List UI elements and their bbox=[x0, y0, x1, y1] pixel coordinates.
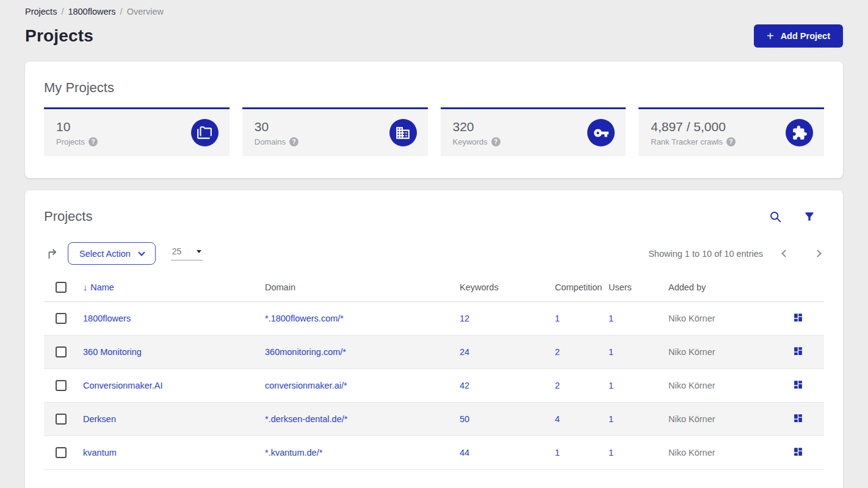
project-dashboard-icon[interactable] bbox=[793, 447, 803, 457]
column-header-added-by[interactable]: Added by bbox=[668, 273, 789, 302]
page-title: Projects bbox=[25, 26, 93, 46]
help-icon[interactable]: ? bbox=[491, 137, 501, 146]
stat-label: Projects bbox=[56, 137, 85, 146]
project-users-link[interactable]: 1 bbox=[609, 381, 613, 390]
project-keywords-link[interactable]: 24 bbox=[460, 347, 469, 357]
project-domain-link[interactable]: *.1800flowers.com/* bbox=[265, 314, 344, 323]
help-icon[interactable]: ? bbox=[726, 137, 736, 146]
page: Projects / 1800flowers / Overview Projec… bbox=[0, 0, 868, 488]
project-users-link[interactable]: 1 bbox=[609, 347, 613, 357]
add-project-label: Add Project bbox=[781, 31, 830, 41]
row-checkbox[interactable] bbox=[56, 414, 67, 425]
breadcrumb-item-project[interactable]: 1800flowers bbox=[68, 7, 115, 16]
search-icon[interactable] bbox=[769, 210, 782, 223]
stat-tiles: 10 Projects ? 30 Domains ? bbox=[44, 107, 824, 156]
table-row: Derksen *.derksen-dental.de/* 50 4 1 Nik… bbox=[44, 403, 824, 436]
row-checkbox[interactable] bbox=[56, 313, 67, 324]
breadcrumb-item-projects[interactable]: Projects bbox=[25, 7, 57, 16]
project-keywords-link[interactable]: 42 bbox=[460, 381, 469, 390]
column-header-name[interactable]: ↓Name bbox=[83, 273, 265, 302]
stat-label: Keywords bbox=[453, 137, 488, 146]
my-projects-card: My Projects 10 Projects ? 30 bbox=[25, 62, 843, 178]
project-dashboard-icon[interactable] bbox=[793, 413, 803, 423]
table-header-row: ↓Name Domain Keywords Competition Users … bbox=[44, 273, 824, 302]
key-icon bbox=[587, 119, 615, 146]
project-keywords-link[interactable]: 12 bbox=[460, 314, 469, 323]
project-competition-link[interactable]: 2 bbox=[555, 381, 560, 390]
stat-value: 10 bbox=[56, 120, 98, 134]
project-name-link[interactable]: 1800flowers bbox=[83, 314, 131, 323]
chevron-down-icon bbox=[138, 249, 145, 256]
project-keywords-link[interactable]: 44 bbox=[460, 448, 469, 458]
project-competition-link[interactable]: 2 bbox=[555, 347, 560, 357]
breadcrumb: Projects / 1800flowers / Overview bbox=[25, 7, 843, 16]
page-size-select[interactable]: 25 bbox=[171, 246, 203, 260]
project-name-link[interactable]: Conversionmaker.AI bbox=[83, 381, 163, 390]
stat-tile-rank-tracker: 4,897 / 5,000 Rank Tracker crawls ? bbox=[638, 107, 824, 156]
table-toolbar: Select Action 25 Showing 1 to 10 of 10 e… bbox=[44, 242, 824, 265]
table-row: Conversionmaker.AI conversionmaker.ai/* … bbox=[44, 369, 824, 403]
breadcrumb-item-overview: Overview bbox=[127, 7, 164, 16]
project-name-link[interactable]: 360 Monitoring bbox=[83, 347, 142, 357]
project-domain-link[interactable]: *.derksen-dental.de/* bbox=[265, 414, 347, 424]
project-dashboard-icon[interactable] bbox=[793, 312, 803, 323]
puzzle-icon bbox=[786, 119, 813, 146]
column-header-keywords[interactable]: Keywords bbox=[460, 273, 555, 302]
stat-value: 4,897 / 5,000 bbox=[651, 120, 736, 134]
add-project-button[interactable]: + Add Project bbox=[754, 24, 843, 48]
stat-tile-keywords: 320 Keywords ? bbox=[441, 107, 626, 156]
project-name-link[interactable]: Derksen bbox=[83, 414, 116, 424]
help-icon[interactable]: ? bbox=[89, 137, 98, 146]
project-users-link[interactable]: 1 bbox=[609, 314, 613, 323]
help-icon[interactable]: ? bbox=[289, 137, 298, 146]
project-domain-link[interactable]: conversionmaker.ai/* bbox=[265, 381, 347, 390]
project-competition-link[interactable]: 4 bbox=[555, 414, 560, 424]
page-size-value: 25 bbox=[172, 246, 182, 256]
project-users-link[interactable]: 1 bbox=[609, 414, 613, 424]
projects-heading: Projects bbox=[44, 209, 92, 224]
project-users-link[interactable]: 1 bbox=[609, 448, 613, 458]
projects-card: Projects Select Action 25 bbox=[25, 190, 843, 488]
next-page-button[interactable] bbox=[812, 248, 823, 259]
project-keywords-link[interactable]: 50 bbox=[460, 414, 469, 424]
added-by-text: Niko Körner bbox=[668, 381, 715, 390]
showing-entries-text: Showing 1 to 10 of 10 entries bbox=[648, 249, 763, 259]
table-row: 360 Monitoring 360monitoring.com/* 24 2 … bbox=[44, 336, 824, 369]
added-by-text: Niko Körner bbox=[668, 448, 715, 458]
building-icon bbox=[389, 119, 417, 146]
stat-label: Rank Tracker crawls bbox=[651, 137, 723, 146]
select-action-label: Select Action bbox=[79, 249, 131, 259]
projects-table: ↓Name Domain Keywords Competition Users … bbox=[44, 273, 824, 470]
my-projects-heading: My Projects bbox=[44, 80, 824, 96]
select-all-checkbox[interactable] bbox=[56, 282, 67, 293]
select-action-dropdown[interactable]: Select Action bbox=[68, 242, 156, 265]
table-row: kvantum *.kvantum.de/* 44 1 1 Niko Körne… bbox=[44, 436, 824, 470]
filter-icon[interactable] bbox=[803, 210, 816, 223]
sort-descending-icon: ↓ bbox=[83, 282, 87, 292]
chevron-left-icon bbox=[781, 249, 789, 257]
project-dashboard-icon[interactable] bbox=[793, 346, 803, 356]
project-domain-link[interactable]: *.kvantum.de/* bbox=[265, 448, 322, 458]
caret-down-icon bbox=[197, 250, 201, 253]
stat-tile-domains: 30 Domains ? bbox=[242, 107, 428, 156]
row-checkbox[interactable] bbox=[56, 380, 67, 391]
breadcrumb-separator: / bbox=[61, 7, 63, 16]
added-by-text: Niko Körner bbox=[668, 347, 715, 357]
row-checkbox[interactable] bbox=[56, 346, 67, 357]
column-header-domain[interactable]: Domain bbox=[265, 273, 460, 302]
column-header-competition[interactable]: Competition bbox=[555, 273, 609, 302]
project-dashboard-icon[interactable] bbox=[793, 379, 803, 390]
stat-value: 320 bbox=[453, 120, 501, 134]
export-arrow-icon[interactable] bbox=[46, 247, 59, 260]
project-competition-link[interactable]: 1 bbox=[555, 448, 560, 458]
previous-page-button[interactable] bbox=[780, 248, 790, 259]
project-competition-link[interactable]: 1 bbox=[555, 314, 560, 323]
column-header-users[interactable]: Users bbox=[609, 273, 668, 302]
chevron-right-icon bbox=[814, 249, 822, 257]
project-domain-link[interactable]: 360monitoring.com/* bbox=[265, 347, 346, 357]
row-checkbox[interactable] bbox=[56, 447, 67, 458]
added-by-text: Niko Körner bbox=[668, 414, 715, 424]
table-body: 1800flowers *.1800flowers.com/* 12 1 1 N… bbox=[44, 302, 824, 470]
stat-tile-projects: 10 Projects ? bbox=[44, 107, 230, 156]
project-name-link[interactable]: kvantum bbox=[83, 448, 117, 458]
